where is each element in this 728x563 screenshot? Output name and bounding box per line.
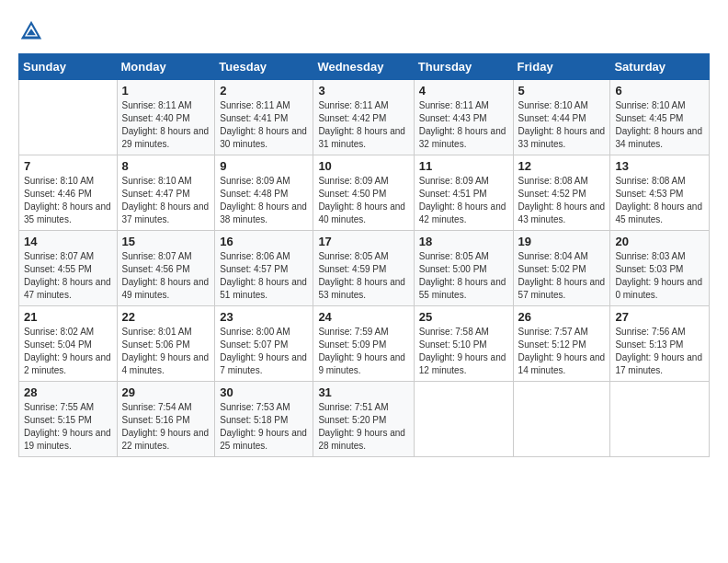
day-number: 2 xyxy=(220,84,308,98)
calendar-cell: 27Sunrise: 7:56 AMSunset: 5:13 PMDayligh… xyxy=(610,306,710,382)
calendar-cell: 17Sunrise: 8:05 AMSunset: 4:59 PMDayligh… xyxy=(313,231,414,306)
calendar-table: SundayMondayTuesdayWednesdayThursdayFrid… xyxy=(18,53,710,457)
day-number: 17 xyxy=(318,235,408,248)
header xyxy=(18,18,710,44)
calendar-cell: 4Sunrise: 8:11 AMSunset: 4:43 PMDaylight… xyxy=(414,80,513,155)
calendar-cell: 9Sunrise: 8:09 AMSunset: 4:48 PMDaylight… xyxy=(215,155,313,231)
day-info: Sunrise: 8:09 AMSunset: 4:51 PMDaylight:… xyxy=(419,175,508,226)
day-info: Sunrise: 8:01 AMSunset: 5:06 PMDaylight:… xyxy=(122,326,210,377)
day-number: 10 xyxy=(318,159,408,173)
calendar-cell: 16Sunrise: 8:06 AMSunset: 4:57 PMDayligh… xyxy=(215,231,313,306)
calendar-cell: 3Sunrise: 8:11 AMSunset: 4:42 PMDaylight… xyxy=(313,80,414,155)
weekday-header-sunday: Sunday xyxy=(19,54,118,80)
day-number: 5 xyxy=(518,84,606,98)
logo-icon xyxy=(18,18,44,44)
day-number: 8 xyxy=(122,159,210,173)
day-number: 23 xyxy=(220,310,308,324)
calendar-week-row: 1Sunrise: 8:11 AMSunset: 4:40 PMDaylight… xyxy=(19,80,710,155)
calendar-cell xyxy=(19,80,118,155)
calendar-cell: 31Sunrise: 7:51 AMSunset: 5:20 PMDayligh… xyxy=(313,382,414,457)
day-info: Sunrise: 7:56 AMSunset: 5:13 PMDaylight:… xyxy=(615,326,704,377)
calendar-cell xyxy=(513,382,610,457)
calendar-cell: 23Sunrise: 8:00 AMSunset: 5:07 PMDayligh… xyxy=(215,306,313,382)
calendar-week-row: 21Sunrise: 8:02 AMSunset: 5:04 PMDayligh… xyxy=(19,306,710,382)
day-info: Sunrise: 8:11 AMSunset: 4:43 PMDaylight:… xyxy=(419,99,508,151)
day-info: Sunrise: 8:10 AMSunset: 4:45 PMDaylight:… xyxy=(615,99,704,151)
day-number: 27 xyxy=(615,310,704,324)
weekday-header-friday: Friday xyxy=(513,54,610,80)
day-info: Sunrise: 8:06 AMSunset: 4:57 PMDaylight:… xyxy=(220,250,308,302)
day-number: 29 xyxy=(122,385,210,399)
calendar-cell: 15Sunrise: 8:07 AMSunset: 4:56 PMDayligh… xyxy=(117,231,215,306)
calendar-cell: 24Sunrise: 7:59 AMSunset: 5:09 PMDayligh… xyxy=(313,306,414,382)
weekday-header-tuesday: Tuesday xyxy=(215,54,313,80)
calendar-cell: 12Sunrise: 8:08 AMSunset: 4:52 PMDayligh… xyxy=(513,155,610,231)
calendar-cell: 7Sunrise: 8:10 AMSunset: 4:46 PMDaylight… xyxy=(19,155,118,231)
calendar-cell: 25Sunrise: 7:58 AMSunset: 5:10 PMDayligh… xyxy=(414,306,513,382)
day-number: 15 xyxy=(122,235,210,248)
day-info: Sunrise: 8:03 AMSunset: 5:03 PMDaylight:… xyxy=(615,250,704,302)
day-info: Sunrise: 7:55 AMSunset: 5:15 PMDaylight:… xyxy=(24,401,112,453)
weekday-header-row: SundayMondayTuesdayWednesdayThursdayFrid… xyxy=(19,54,710,80)
day-number: 6 xyxy=(615,84,704,98)
calendar-cell: 26Sunrise: 7:57 AMSunset: 5:12 PMDayligh… xyxy=(513,306,610,382)
weekday-header-wednesday: Wednesday xyxy=(313,54,414,80)
day-info: Sunrise: 8:08 AMSunset: 4:52 PMDaylight:… xyxy=(518,175,606,226)
day-number: 3 xyxy=(318,84,408,98)
day-info: Sunrise: 8:09 AMSunset: 4:48 PMDaylight:… xyxy=(220,175,308,226)
calendar-cell: 18Sunrise: 8:05 AMSunset: 5:00 PMDayligh… xyxy=(414,231,513,306)
day-info: Sunrise: 8:10 AMSunset: 4:47 PMDaylight:… xyxy=(122,175,210,226)
weekday-header-saturday: Saturday xyxy=(610,54,710,80)
day-info: Sunrise: 8:11 AMSunset: 4:40 PMDaylight:… xyxy=(122,99,210,151)
logo xyxy=(18,18,48,44)
day-number: 24 xyxy=(318,310,408,324)
day-number: 18 xyxy=(419,235,508,248)
day-number: 7 xyxy=(24,159,112,173)
day-number: 21 xyxy=(24,310,112,324)
day-info: Sunrise: 7:59 AMSunset: 5:09 PMDaylight:… xyxy=(318,326,408,377)
day-number: 25 xyxy=(419,310,508,324)
day-info: Sunrise: 8:04 AMSunset: 5:02 PMDaylight:… xyxy=(518,250,606,302)
calendar-cell: 11Sunrise: 8:09 AMSunset: 4:51 PMDayligh… xyxy=(414,155,513,231)
day-number: 12 xyxy=(518,159,606,173)
calendar-cell: 20Sunrise: 8:03 AMSunset: 5:03 PMDayligh… xyxy=(610,231,710,306)
day-info: Sunrise: 7:58 AMSunset: 5:10 PMDaylight:… xyxy=(419,326,508,377)
weekday-header-thursday: Thursday xyxy=(414,54,513,80)
day-number: 26 xyxy=(518,310,606,324)
day-number: 16 xyxy=(220,235,308,248)
day-number: 28 xyxy=(24,385,112,399)
calendar-cell: 10Sunrise: 8:09 AMSunset: 4:50 PMDayligh… xyxy=(313,155,414,231)
day-number: 19 xyxy=(518,235,606,248)
day-number: 13 xyxy=(615,159,704,173)
day-info: Sunrise: 8:08 AMSunset: 4:53 PMDaylight:… xyxy=(615,175,704,226)
day-info: Sunrise: 8:05 AMSunset: 4:59 PMDaylight:… xyxy=(318,250,408,302)
day-info: Sunrise: 7:53 AMSunset: 5:18 PMDaylight:… xyxy=(220,401,308,453)
day-info: Sunrise: 7:54 AMSunset: 5:16 PMDaylight:… xyxy=(122,401,210,453)
day-number: 4 xyxy=(419,84,508,98)
calendar-week-row: 28Sunrise: 7:55 AMSunset: 5:15 PMDayligh… xyxy=(19,382,710,457)
calendar-body: 1Sunrise: 8:11 AMSunset: 4:40 PMDaylight… xyxy=(19,80,710,457)
calendar-header: SundayMondayTuesdayWednesdayThursdayFrid… xyxy=(19,54,710,80)
calendar-cell: 30Sunrise: 7:53 AMSunset: 5:18 PMDayligh… xyxy=(215,382,313,457)
calendar-cell: 29Sunrise: 7:54 AMSunset: 5:16 PMDayligh… xyxy=(117,382,215,457)
day-info: Sunrise: 8:11 AMSunset: 4:42 PMDaylight:… xyxy=(318,99,408,151)
page: SundayMondayTuesdayWednesdayThursdayFrid… xyxy=(0,0,728,563)
day-number: 30 xyxy=(220,385,308,399)
calendar-week-row: 7Sunrise: 8:10 AMSunset: 4:46 PMDaylight… xyxy=(19,155,710,231)
calendar-week-row: 14Sunrise: 8:07 AMSunset: 4:55 PMDayligh… xyxy=(19,231,710,306)
calendar-cell: 22Sunrise: 8:01 AMSunset: 5:06 PMDayligh… xyxy=(117,306,215,382)
calendar-cell: 5Sunrise: 8:10 AMSunset: 4:44 PMDaylight… xyxy=(513,80,610,155)
day-info: Sunrise: 8:11 AMSunset: 4:41 PMDaylight:… xyxy=(220,99,308,151)
calendar-cell: 2Sunrise: 8:11 AMSunset: 4:41 PMDaylight… xyxy=(215,80,313,155)
calendar-cell: 8Sunrise: 8:10 AMSunset: 4:47 PMDaylight… xyxy=(117,155,215,231)
day-number: 31 xyxy=(318,385,408,399)
day-info: Sunrise: 8:10 AMSunset: 4:44 PMDaylight:… xyxy=(518,99,606,151)
day-number: 20 xyxy=(615,235,704,248)
day-info: Sunrise: 8:07 AMSunset: 4:56 PMDaylight:… xyxy=(122,250,210,302)
day-info: Sunrise: 7:51 AMSunset: 5:20 PMDaylight:… xyxy=(318,401,408,453)
day-number: 11 xyxy=(419,159,508,173)
day-number: 14 xyxy=(24,235,112,248)
calendar-cell: 6Sunrise: 8:10 AMSunset: 4:45 PMDaylight… xyxy=(610,80,710,155)
calendar-cell xyxy=(610,382,710,457)
calendar-cell: 1Sunrise: 8:11 AMSunset: 4:40 PMDaylight… xyxy=(117,80,215,155)
